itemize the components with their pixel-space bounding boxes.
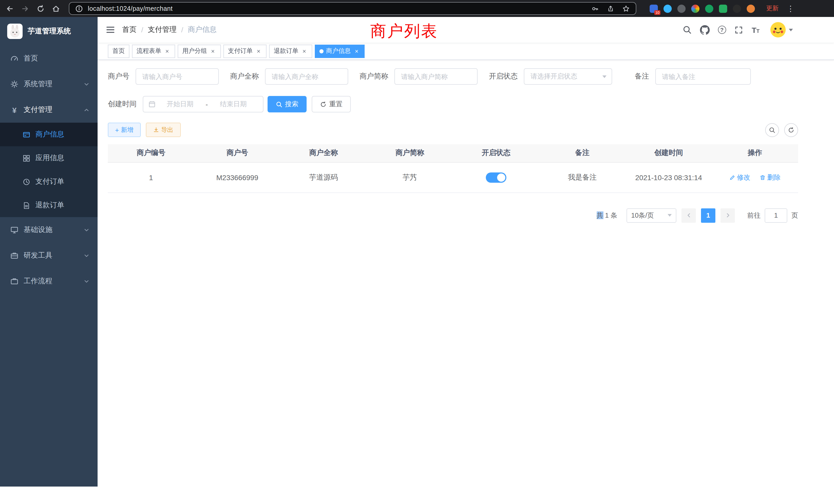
app-logo[interactable]: 芋道管理系统	[0, 17, 97, 46]
logo-image	[7, 24, 23, 39]
plus-icon: +	[115, 127, 119, 133]
sidebar-item-devtools[interactable]: 研发工具	[0, 243, 97, 269]
menu-label: 系统管理	[24, 79, 52, 89]
page-unit-label: 页	[791, 211, 798, 220]
reset-button[interactable]: 重置	[312, 96, 351, 112]
goto-page-input[interactable]	[765, 208, 787, 223]
forward-icon[interactable]	[21, 4, 30, 13]
sidebar-item-pay[interactable]: ¥ 支付管理	[0, 97, 97, 123]
extension-icon-7[interactable]	[733, 4, 741, 13]
tab-refund-order[interactable]: 退款订单 ×	[269, 44, 312, 58]
extension-icon-2[interactable]	[663, 4, 672, 13]
merchant-no-input[interactable]	[136, 68, 219, 85]
site-info-icon[interactable]	[74, 4, 84, 13]
tab-user-group[interactable]: 用户分组 ×	[178, 44, 221, 58]
short-name-label: 商户简称	[359, 72, 388, 81]
next-page-button[interactable]	[721, 208, 735, 223]
reload-icon[interactable]	[36, 4, 45, 13]
col-created-at: 创建时间	[626, 144, 712, 162]
total-text: 1 条	[603, 211, 617, 219]
menu-label: 支付管理	[24, 105, 52, 114]
search-button[interactable]: 搜索	[267, 96, 307, 112]
close-icon[interactable]: ×	[164, 48, 171, 54]
browser-update-button[interactable]: 更新	[766, 4, 778, 13]
tab-pay-order[interactable]: 支付订单 ×	[223, 44, 266, 58]
yen-icon: ¥	[10, 106, 19, 114]
close-icon[interactable]: ×	[255, 48, 262, 54]
search-icon[interactable]	[682, 25, 692, 35]
sidebar-item-pay-order[interactable]: 支付订单	[0, 170, 97, 193]
breadcrumb-pay[interactable]: 支付管理	[148, 25, 177, 35]
search-button-label: 搜索	[285, 99, 299, 109]
breadcrumb-home[interactable]: 首页	[122, 25, 137, 35]
hamburger-icon[interactable]	[97, 25, 122, 35]
full-name-input[interactable]	[265, 68, 348, 85]
close-icon[interactable]: ×	[353, 48, 360, 54]
close-icon[interactable]: ×	[301, 48, 308, 54]
bookmark-star-icon[interactable]	[621, 4, 631, 13]
active-dot	[320, 49, 324, 53]
password-key-icon[interactable]	[591, 4, 600, 13]
remark-input[interactable]	[655, 68, 751, 85]
edit-button-label: 修改	[737, 173, 750, 182]
avatar[interactable]	[770, 22, 786, 38]
tab-home[interactable]: 首页	[108, 44, 129, 58]
user-menu[interactable]	[770, 22, 793, 38]
extension-icon-6[interactable]	[719, 4, 727, 13]
page-content: 商户号 商户全称 商户简称 开启状态 请选择开启状态	[97, 60, 834, 223]
add-button[interactable]: + 新增	[108, 123, 140, 137]
edit-button[interactable]: 修改	[729, 173, 750, 182]
help-icon[interactable]: ?	[718, 26, 726, 34]
field-full-name: 商户全称	[230, 68, 348, 85]
extension-icon-3[interactable]	[677, 4, 686, 13]
search-form-row-2: 创建时间 开始日期 - 结束日期 搜索	[108, 96, 798, 112]
share-icon[interactable]	[606, 4, 615, 13]
sidebar-item-system[interactable]: 系统管理	[0, 71, 97, 97]
status-toggle[interactable]	[486, 172, 506, 182]
page-size-select[interactable]: 10条/页	[627, 208, 676, 223]
menu-label: 退款订单	[36, 201, 64, 210]
tab-label: 首页	[112, 47, 125, 55]
tab-label: 退款订单	[274, 47, 299, 55]
sidebar-item-merchant-info[interactable]: 商户信息	[0, 123, 97, 146]
field-create-time: 创建时间 开始日期 - 结束日期	[108, 96, 263, 112]
monitor-icon	[10, 226, 19, 234]
font-size-icon[interactable]: TT	[751, 26, 760, 33]
tab-merchant-info[interactable]: 商户信息 ×	[315, 44, 365, 58]
create-time-range-picker[interactable]: 开始日期 - 结束日期	[143, 96, 263, 112]
sidebar-item-refund-order[interactable]: 退款订单	[0, 193, 97, 217]
col-merchant-id: 商户编号	[108, 144, 194, 162]
merchant-table: 商户编号 商户号 商户全称 商户简称 开启状态 备注 创建时间 操作 1	[108, 144, 798, 193]
short-name-input[interactable]	[394, 68, 478, 85]
address-bar[interactable]: localhost:1024/pay/merchant	[69, 2, 636, 15]
extension-icon-5[interactable]	[705, 4, 713, 13]
toggle-search-button[interactable]	[765, 123, 779, 137]
card-icon	[23, 131, 30, 138]
range-start-placeholder[interactable]: 开始日期	[156, 99, 205, 109]
field-merchant-no: 商户号	[108, 68, 219, 85]
delete-button[interactable]: 删除	[760, 173, 781, 182]
menu-label: 基础设施	[24, 225, 52, 234]
delete-button-label: 删除	[767, 173, 781, 182]
sidebar-item-workflow[interactable]: 工作流程	[0, 269, 97, 294]
status-label: 开启状态	[489, 72, 518, 81]
close-icon[interactable]: ×	[210, 48, 216, 54]
status-select[interactable]: 请选择开启状态	[524, 68, 612, 85]
page-number-1[interactable]: 1	[701, 208, 716, 223]
range-end-placeholder[interactable]: 结束日期	[209, 99, 258, 109]
home-icon[interactable]	[51, 4, 61, 13]
github-icon[interactable]	[700, 25, 710, 35]
extension-icon-4[interactable]	[691, 4, 699, 13]
browser-menu-icon[interactable]: ⋮	[787, 4, 794, 13]
refresh-table-button[interactable]	[784, 123, 798, 137]
back-icon[interactable]	[5, 4, 14, 13]
sidebar-item-app-info[interactable]: 应用信息	[0, 146, 97, 170]
export-button[interactable]: 导出	[146, 123, 180, 137]
fullscreen-icon[interactable]	[733, 25, 744, 35]
sidebar-item-infrastructure[interactable]: 基础设施	[0, 217, 97, 243]
extension-icon-1[interactable]: 10	[650, 4, 658, 13]
extension-icon-8[interactable]	[747, 4, 755, 13]
sidebar-item-home[interactable]: 首页	[0, 46, 97, 71]
prev-page-button[interactable]	[681, 208, 696, 223]
tab-process-form[interactable]: 流程表单 ×	[132, 44, 175, 58]
